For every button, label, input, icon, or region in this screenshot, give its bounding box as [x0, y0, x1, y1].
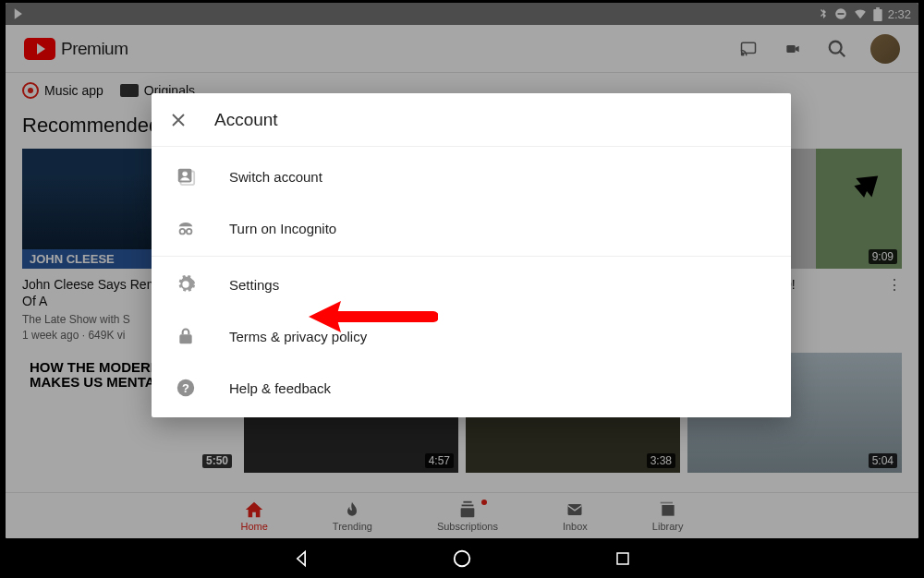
menu-switch-account[interactable]: Switch account [152, 151, 791, 202]
recents-button[interactable] [612, 548, 634, 570]
svg-point-15 [180, 229, 186, 235]
gear-icon [176, 274, 196, 295]
menu-settings[interactable]: Settings [152, 259, 791, 310]
help-icon: ? [176, 378, 196, 398]
menu-terms[interactable]: Terms & privacy policy [152, 310, 791, 362]
menu-label: Settings [229, 277, 279, 293]
menu-help[interactable]: ? Help & feedback [152, 362, 791, 414]
dialog-title: Account [214, 110, 278, 130]
menu-label: Switch account [229, 169, 322, 185]
svg-rect-21 [617, 553, 628, 564]
account-dialog: Account Switch account Turn on Incognito… [152, 93, 791, 417]
menu-label: Terms & privacy policy [229, 329, 367, 344]
menu-incognito[interactable]: Turn on Incognito [152, 202, 791, 254]
home-button[interactable] [451, 548, 473, 570]
menu-divider [152, 256, 791, 257]
incognito-icon [176, 218, 196, 238]
account-box-icon [176, 166, 196, 187]
svg-rect-17 [179, 334, 191, 343]
svg-text:?: ? [182, 381, 189, 395]
system-nav [0, 539, 924, 578]
svg-point-16 [187, 229, 192, 235]
close-icon[interactable] [170, 112, 187, 128]
menu-label: Help & feedback [229, 380, 331, 396]
back-button[interactable] [290, 548, 312, 570]
lock-icon [176, 326, 196, 346]
svg-point-20 [455, 551, 470, 567]
menu-label: Turn on Incognito [229, 221, 336, 236]
